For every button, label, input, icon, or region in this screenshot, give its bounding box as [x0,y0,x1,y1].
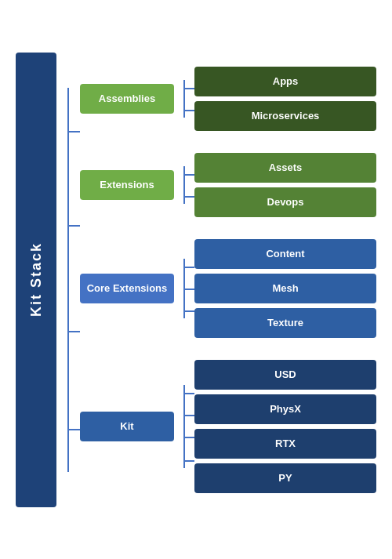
kit-stack-label: Kit Stack [28,242,45,317]
group-kit: Kit USD PhysX [80,360,376,493]
branch-3 [67,331,80,332]
core-extensions-connector [174,239,194,338]
group-core-extensions: Core Extensions Content Mesh [80,239,376,338]
assemblies-connector [174,67,194,131]
item-py: PY [194,463,376,493]
branch-4 [67,429,80,430]
main-vertical-line [67,88,69,472]
main-connector-area [56,53,80,507]
diagram: Kit Stack Assemblies [16,13,376,546]
kit-items: USD PhysX RTX PY [194,360,376,493]
groups-container: Assemblies Apps Microservices [80,53,376,507]
item-apps: Apps [194,67,376,96]
core-extensions-items: Content Mesh Texture [194,239,376,338]
category-assemblies: Assemblies [80,84,174,114]
item-devops: Devops [194,187,376,217]
item-texture: Texture [194,308,376,338]
branch-1 [67,131,80,132]
extensions-connector [174,153,194,217]
kit-stack-box: Kit Stack [16,53,56,507]
extensions-right: Assets Devops [174,153,376,217]
item-mesh: Mesh [194,274,376,303]
item-physx: PhysX [194,394,376,424]
assemblies-right: Apps Microservices [174,67,376,131]
item-microservices: Microservices [194,101,376,131]
item-content: Content [194,239,376,269]
item-assets: Assets [194,153,376,183]
core-extensions-right: Content Mesh Texture [174,239,376,338]
category-kit: Kit [80,412,174,441]
kit-connector [174,360,194,493]
item-usd: USD [194,360,376,390]
kit-right: USD PhysX RTX PY [174,360,376,493]
group-assemblies: Assemblies Apps Microservices [80,67,376,131]
assemblies-items: Apps Microservices [194,67,376,131]
category-extensions: Extensions [80,170,174,200]
group-extensions: Extensions Assets Devops [80,153,376,217]
extensions-items: Assets Devops [194,153,376,217]
branch-2 [67,225,80,227]
category-core-extensions: Core Extensions [80,274,174,303]
item-rtx: RTX [194,429,376,459]
